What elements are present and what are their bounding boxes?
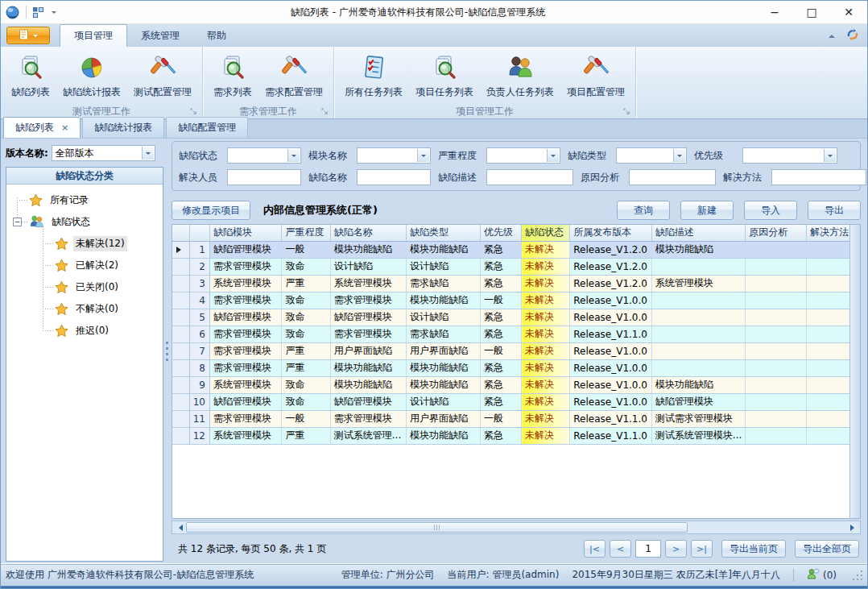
row-number-cell[interactable]: 11 <box>189 410 209 427</box>
minimize-button[interactable]: − <box>756 1 793 24</box>
row-indicator-cell[interactable] <box>172 376 189 393</box>
next-page-button[interactable]: > <box>665 540 687 558</box>
cell-type[interactable]: 需求缺陷 <box>406 275 480 292</box>
cell-name[interactable]: 模块功能缺陷 <box>330 359 406 376</box>
resize-grip[interactable] <box>853 570 862 580</box>
defect-desc-filter[interactable] <box>486 169 573 185</box>
table-row[interactable]: 5缺陷管理模块致命缺陷管理模块设计缺陷紧急未解决Release_V1.0.0 <box>172 309 860 326</box>
cell-status[interactable]: 未解决 <box>522 410 570 427</box>
cell-reason[interactable] <box>746 427 807 444</box>
version-combo[interactable]: 全部版本 <box>52 145 155 161</box>
cell-version[interactable]: Release_V1.1.0 <box>570 427 652 444</box>
cell-type[interactable]: 模块功能缺陷 <box>406 427 480 444</box>
row-indicator-cell[interactable] <box>172 427 189 444</box>
cell-reason[interactable] <box>746 410 807 427</box>
column-header-name[interactable]: 缺陷名称 <box>330 225 406 241</box>
export-all-pages-button[interactable]: 导出全部页 <box>795 540 859 558</box>
row-number-cell[interactable]: 9 <box>189 376 209 393</box>
tree-defect-status[interactable]: 缺陷状态 <box>6 211 163 233</box>
column-header-severity[interactable]: 严重程度 <box>282 225 330 241</box>
cell-severity[interactable]: 致命 <box>282 326 330 342</box>
cell-desc[interactable] <box>651 258 745 275</box>
cell-severity[interactable]: 致命 <box>282 376 330 393</box>
defect-status-filter[interactable] <box>227 147 301 164</box>
page-number-input[interactable] <box>635 540 661 558</box>
all-tasks-button[interactable]: 所有任务列表 <box>338 50 409 101</box>
cell-reason[interactable] <box>746 258 807 275</box>
cell-reason[interactable] <box>746 241 807 258</box>
row-indicator-cell[interactable] <box>172 410 189 427</box>
cell-reason[interactable] <box>746 359 807 376</box>
cell-version[interactable]: Release_V1.0.0 <box>570 376 652 393</box>
cell-desc[interactable] <box>651 292 745 309</box>
dialog-launcher-icon[interactable] <box>623 108 630 115</box>
cell-version[interactable]: Release_V1.2.0 <box>570 258 652 275</box>
cell-priority[interactable]: 一般 <box>481 292 522 309</box>
column-header-version[interactable]: 所属发布版本 <box>570 225 652 241</box>
combo-arrow-icon[interactable] <box>824 149 836 162</box>
ribbon-tab-project-management[interactable]: 项目管理 <box>60 24 127 47</box>
cell-severity[interactable]: 致命 <box>282 309 330 326</box>
cell-module[interactable]: 需求管理模块 <box>209 292 282 309</box>
cell-module[interactable]: 缺陷管理模块 <box>209 393 282 410</box>
cell-name[interactable]: 用户界面缺陷 <box>330 342 406 359</box>
cell-name[interactable]: 缺陷管理模块 <box>330 393 406 410</box>
tree-wont-fix[interactable]: 不解决(0) <box>6 298 163 320</box>
prev-page-button[interactable]: < <box>610 540 631 558</box>
cell-name[interactable]: 测试系统管理... <box>330 427 406 444</box>
cell-module[interactable]: 缺陷管理模块 <box>209 241 282 258</box>
row-indicator-cell[interactable] <box>172 393 189 410</box>
cell-type[interactable]: 用户界面缺陷 <box>406 342 480 359</box>
doc-tab-defect-list[interactable]: 缺陷列表× <box>3 117 81 138</box>
cell-desc[interactable]: 模块功能缺陷 <box>651 241 745 258</box>
resolver-filter[interactable] <box>227 169 301 185</box>
cell-type[interactable]: 设计缺陷 <box>406 309 480 326</box>
modify-display-items-button[interactable]: 修改显示项目 <box>172 201 250 220</box>
cell-severity[interactable]: 严重 <box>282 275 330 292</box>
cell-module[interactable]: 缺陷管理模块 <box>209 309 282 326</box>
cell-name[interactable]: 系统管理模块 <box>330 275 406 292</box>
cell-name[interactable]: 设计缺陷 <box>330 258 406 275</box>
tree-postponed[interactable]: 推迟(0) <box>6 320 163 342</box>
close-tab-icon[interactable]: × <box>61 124 68 132</box>
row-number-cell[interactable]: 2 <box>189 258 209 275</box>
table-row[interactable]: 7需求管理模块严重用户界面缺陷用户界面缺陷一般未解决Release_V1.0.0 <box>172 342 860 359</box>
cell-desc[interactable]: 缺陷管理模块 <box>651 393 745 410</box>
row-number-cell[interactable]: 3 <box>189 275 209 292</box>
cell-name[interactable]: 需求管理模块 <box>330 410 406 427</box>
owner-tasks-button[interactable]: 负责人任务列表 <box>480 50 560 101</box>
cell-reason[interactable] <box>746 292 807 309</box>
cell-status[interactable]: 未解决 <box>522 258 570 275</box>
cell-name[interactable]: 缺陷管理模块 <box>330 309 406 326</box>
cell-name[interactable]: 模块功能缺陷 <box>330 376 406 393</box>
row-number-cell[interactable]: 10 <box>189 393 209 410</box>
row-number-cell[interactable]: 12 <box>189 427 209 444</box>
cell-module[interactable]: 需求管理模块 <box>209 410 282 427</box>
version-combo-arrow-icon[interactable] <box>142 147 154 160</box>
tree-unresolved[interactable]: 未解决(12) <box>6 233 163 255</box>
cell-severity[interactable]: 致命 <box>282 292 330 309</box>
cell-version[interactable]: Release_V1.1.0 <box>570 326 652 342</box>
cell-severity[interactable]: 致命 <box>282 393 330 410</box>
cell-priority[interactable]: 紧急 <box>481 427 522 444</box>
import-button[interactable]: 导入 <box>744 201 797 220</box>
row-indicator-cell[interactable] <box>172 258 189 275</box>
cell-status[interactable]: 未解决 <box>522 342 570 359</box>
application-menu-button[interactable] <box>6 27 50 44</box>
grid-header-indicator[interactable] <box>172 225 189 241</box>
dialog-launcher-icon[interactable] <box>321 108 329 115</box>
grid-header-rownum[interactable] <box>189 225 209 241</box>
test-config-button[interactable]: 测试配置管理 <box>127 50 198 101</box>
row-indicator-cell[interactable] <box>172 241 189 258</box>
solution-filter[interactable] <box>771 169 866 185</box>
table-row[interactable]: 6需求管理模块致命需求管理模块需求缺陷紧急未解决Release_V1.1.0 <box>172 326 860 342</box>
project-config-button[interactable]: 项目配置管理 <box>560 50 631 101</box>
cell-type[interactable]: 模块功能缺陷 <box>406 241 480 258</box>
cell-module[interactable]: 需求管理模块 <box>209 258 282 275</box>
scroll-right-icon[interactable] <box>847 521 860 533</box>
cell-desc[interactable]: 模块功能缺陷 <box>651 376 745 393</box>
cell-version[interactable]: Release_V1.0.0 <box>570 342 652 359</box>
cell-version[interactable]: Release_V1.0.0 <box>570 359 652 376</box>
cell-status[interactable]: 未解决 <box>522 393 570 410</box>
row-number-cell[interactable]: 4 <box>189 292 209 309</box>
